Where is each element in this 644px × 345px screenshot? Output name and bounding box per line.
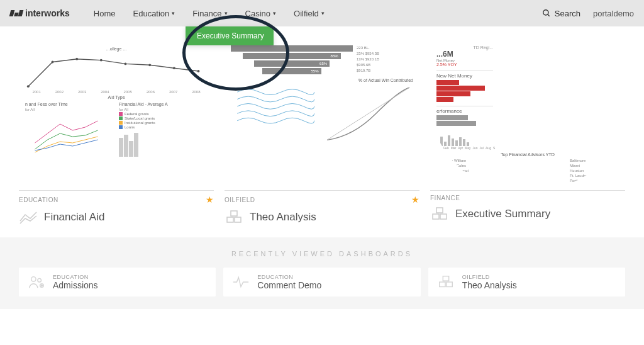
boxes-icon <box>437 274 455 290</box>
svg-point-3 <box>52 61 54 64</box>
svg-point-6 <box>125 62 127 65</box>
boxes-icon <box>430 206 449 222</box>
logo-icon <box>10 10 23 16</box>
svg-line-10 <box>327 88 409 140</box>
boxes-icon <box>225 210 243 225</box>
advisor-row: 6Christine LiuPortland$32,864 <box>436 178 619 183</box>
advisor-row: Kaile RentyOklahoma City$32,729 <box>436 183 619 188</box>
svg-point-17 <box>31 277 36 281</box>
card-executive-summary[interactable]: TD Regi... ...6M Net Money 2.5% YOY New … <box>430 39 625 230</box>
search-icon <box>542 9 551 18</box>
card-title: Financial Aid <box>44 211 104 223</box>
recent-theo-analysis[interactable]: OILFIELDTheo Analysis <box>428 268 625 297</box>
svg-point-8 <box>173 67 175 69</box>
card-title: Executive Summary <box>455 208 550 220</box>
nav-oilfield[interactable]: Oilfield▾ <box>285 0 333 26</box>
recent-admissions[interactable]: EDUCATIONAdmissions <box>19 268 216 297</box>
svg-rect-22 <box>443 276 448 281</box>
svg-rect-11 <box>231 211 237 216</box>
card-footer: EDUCATION★ Financial Aid <box>19 190 214 230</box>
nav-right: Search portaldemo <box>542 9 634 18</box>
card-financial-aid[interactable]: ...ollege ... 20012002200320042005200620… <box>19 39 214 230</box>
chevron-down-icon: ▾ <box>321 10 325 16</box>
advisor-row: 5Meredith SpikFt. Lauderdale$35,001 <box>436 173 619 178</box>
nav-education[interactable]: Education▾ <box>125 0 184 26</box>
brand-text: interworks <box>25 8 70 18</box>
svg-rect-16 <box>440 214 447 219</box>
svg-point-4 <box>75 58 78 60</box>
dashboard-cards: ...ollege ... 20012002200320042005200620… <box>19 39 625 230</box>
star-icon[interactable]: ★ <box>411 195 420 205</box>
svg-rect-13 <box>235 217 241 222</box>
star-icon[interactable]: ★ <box>206 195 214 205</box>
chevron-down-icon: ▾ <box>172 10 175 16</box>
svg-point-5 <box>100 59 103 62</box>
card-footer: FINANCE Executive Summary <box>430 190 625 227</box>
card-theo-analysis[interactable]: 85% 65% 55% 223 BL. 23% $954.3B 13% $920… <box>225 39 419 230</box>
advisor-row: 4Rajeev ShenoiHouston$35,025 <box>436 168 619 173</box>
finance-dropdown: Executive Summary <box>186 26 274 45</box>
advisor-row: 2Peter WilliamBaltimore$38,847 <box>436 158 619 163</box>
navbar: interworks Home Education▾ Finance▾ Casi… <box>0 0 644 26</box>
nav-items: Home Education▾ Finance▾ Casino▾ Oilfiel… <box>85 0 333 26</box>
svg-rect-14 <box>436 208 443 213</box>
recent-section: RECENTLY VIEWED DASHBOARDS EDUCATIONAdmi… <box>0 237 644 309</box>
chevron-down-icon: ▾ <box>273 10 276 16</box>
recent-heading: RECENTLY VIEWED DASHBOARDS <box>19 250 625 257</box>
svg-rect-24 <box>447 282 452 286</box>
recent-cards: EDUCATIONAdmissions EDUCATIONComment Dem… <box>19 268 625 297</box>
svg-point-7 <box>148 64 151 66</box>
mini-line-chart <box>25 52 208 90</box>
svg-point-0 <box>543 10 548 15</box>
content: ...ollege ... 20012002200320042005200620… <box>0 26 644 309</box>
svg-point-9 <box>197 70 200 72</box>
nav-finance[interactable]: Finance▾ <box>184 0 236 26</box>
chevron-down-icon: ▾ <box>225 10 228 16</box>
card-preview: TD Regi... ...6M Net Money 2.5% YOY New … <box>430 39 625 190</box>
chart-line-icon <box>19 210 38 225</box>
users-icon <box>28 274 45 290</box>
recent-comment-demo[interactable]: EDUCATIONComment Demo <box>223 268 420 297</box>
pulse-icon <box>232 274 250 290</box>
svg-point-18 <box>38 278 42 282</box>
card-preview: 85% 65% 55% 223 BL. 23% $954.3B 13% $920… <box>225 39 419 190</box>
dropdown-executive-summary[interactable]: Executive Summary <box>186 26 274 45</box>
brand-logo[interactable]: interworks <box>10 8 70 18</box>
nav-home[interactable]: Home <box>85 0 125 26</box>
svg-rect-12 <box>227 217 233 222</box>
nav-casino[interactable]: Casino▾ <box>236 0 285 26</box>
svg-point-2 <box>27 85 30 88</box>
card-footer: OILFIELD★ Theo Analysis <box>225 190 419 230</box>
card-preview: ...ollege ... 20012002200320042005200620… <box>19 39 214 190</box>
search-button[interactable]: Search <box>542 9 580 18</box>
svg-rect-23 <box>439 282 445 286</box>
card-title: Theo Analysis <box>250 211 316 223</box>
user-menu[interactable]: portaldemo <box>593 9 634 18</box>
svg-rect-15 <box>433 214 439 219</box>
svg-line-1 <box>548 14 550 16</box>
advisor-row: 3Norma ColesMiami$36,037 <box>436 163 619 168</box>
